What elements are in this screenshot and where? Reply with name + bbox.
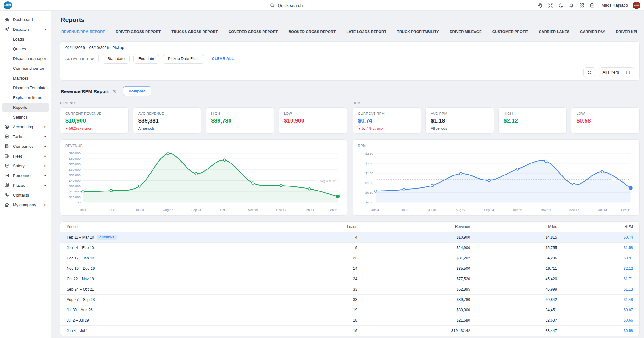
sidebar-item-fleet[interactable]: Fleet ▸ <box>2 151 49 161</box>
rpm-link[interactable]: $1.13 <box>558 284 639 295</box>
sidebar-item-my-company[interactable]: My company ▸ <box>2 200 49 209</box>
table-row[interactable]: Sep 24 – Oct 21 33 $52,895 46,999 $1.13 <box>60 284 639 295</box>
clear-all-button[interactable]: CLEAR ALL <box>212 57 234 61</box>
all-filters-button[interactable]: All Filters <box>599 67 634 77</box>
tab-driver-gross-report[interactable]: DRIVER GROSS REPORT <box>115 29 161 37</box>
tab-customer-profit[interactable]: CUSTOMER PROFIT <box>492 29 529 37</box>
miles-value: 34,451 <box>471 305 558 315</box>
tab-booked-gross-report[interactable]: BOOKED GROSS REPORT <box>288 29 336 37</box>
sidebar-item-companies[interactable]: Companies ▸ <box>2 141 49 151</box>
user-avatar[interactable]: ACCURE <box>633 2 640 9</box>
accounting-icon <box>4 124 10 130</box>
svg-text:Avg $39,381: Avg $39,381 <box>320 179 337 183</box>
active-filters-label: ACTIVE FILTERS <box>65 57 95 61</box>
tab-carrier-pay[interactable]: CARRIER PAY <box>580 29 606 37</box>
sidebar-item-dashboard[interactable]: Dashboard <box>2 15 49 24</box>
topbar-button-hand[interactable] <box>537 3 543 8</box>
revenue-value: $89,780 <box>358 295 471 305</box>
sidebar-item-command-center[interactable]: Command center <box>2 64 49 73</box>
rpm-link[interactable]: $0.66 <box>558 315 639 326</box>
sidebar-item-safety[interactable]: Safety ▸ <box>2 161 49 170</box>
stat-card-low: LOW $0.58 <box>571 107 640 134</box>
app-logo[interactable]: ACCURE <box>4 1 12 9</box>
topbar-button-compress[interactable] <box>548 3 553 8</box>
svg-text:Jul 2: Jul 2 <box>401 208 408 212</box>
sidebar-item-loads[interactable]: Loads <box>2 34 49 44</box>
sidebar-item-expiration-items[interactable]: Expiration items <box>2 93 49 102</box>
sidebar-item-accounting[interactable]: Accounting ▸ <box>2 122 49 131</box>
sidebar-item-label: Tasks <box>13 134 23 139</box>
table-row[interactable]: Nov 19 – Dec 16 14 $35,500 16,711 $2.12 <box>60 263 639 274</box>
topbar-button-inbox[interactable] <box>589 3 595 8</box>
sidebar-item-matrices[interactable]: Matrices <box>2 73 49 83</box>
sidebar-item-personnel[interactable]: Personnel ▸ <box>2 171 49 180</box>
rpm-link[interactable]: $0.87 <box>558 305 639 315</box>
table-row[interactable]: Oct 22 – Nov 18 24 $77,520 45,420 $1.71 <box>60 274 639 284</box>
sidebar-item-tasks[interactable]: Tasks ▸ <box>2 132 49 141</box>
tab-late-loads-report[interactable]: LATE LOADS REPORT <box>346 29 387 37</box>
quick-search-placeholder: Quick search <box>278 3 303 8</box>
sidebar-item-places[interactable]: Places ▸ <box>2 180 49 190</box>
stat-card-sub-text: All periods <box>431 126 447 130</box>
sidebar-item-quotes[interactable]: Quotes <box>2 44 49 53</box>
compare-button[interactable]: Compare <box>123 86 151 96</box>
svg-text:Aug 27: Aug 27 <box>163 208 173 212</box>
tab-trucks-gross-report[interactable]: TRUCKS GROSS REPORT <box>171 29 219 37</box>
topbar-actions: Milos Kajnaco ACCURE <box>537 2 640 9</box>
app-logo-text: ACCURE <box>4 4 11 6</box>
tab-driver-kpi[interactable]: DRIVER KPI <box>615 29 638 37</box>
table-row[interactable]: Aug 27 – Sep 23 33 $89,780 60,842 $1.48 <box>60 295 639 305</box>
topbar-button-bell[interactable] <box>569 3 574 8</box>
hand-icon <box>537 3 543 8</box>
period-label: Oct 22 – Nov 18 <box>67 277 94 281</box>
topbar-button-moon[interactable] <box>558 3 564 8</box>
user-name[interactable]: Milos Kajnaco <box>602 3 628 8</box>
stat-card-high: HIGH $2.12 <box>498 107 567 134</box>
rpm-link[interactable]: $2.12 <box>558 263 639 274</box>
table-row[interactable]: Jun 4 – Jul 1 19 $19,432.42 33,447 $0.58 <box>60 326 639 336</box>
stat-card-sub-text: 53.4% vs prior <box>362 126 384 130</box>
sidebar-item-contacts[interactable]: Contacts <box>2 190 49 200</box>
rpm-link[interactable]: $0.91 <box>558 253 639 263</box>
svg-text:Jul 30: Jul 30 <box>428 208 436 212</box>
stat-card-sub: All periods <box>138 126 196 130</box>
tab-driver-mileage[interactable]: DRIVER MILEAGE <box>449 29 482 37</box>
table-row[interactable]: Jan 14 – Feb 10 9 $24,900 15,755 $1.58 <box>60 243 639 253</box>
loads-value: 19 <box>280 326 359 336</box>
fleet-icon <box>4 153 10 159</box>
filter-chip-pickup-date-filter[interactable]: Pickup Date Filter <box>163 54 204 64</box>
sidebar-item-reports[interactable]: Reports <box>2 103 49 112</box>
stat-card-avg-revenue: AVG REVENUE $39,381 All periods <box>133 107 202 134</box>
info-icon[interactable] <box>112 89 117 94</box>
quick-search-input[interactable]: Quick search <box>270 0 370 11</box>
tab-carrier-lanes[interactable]: CARRIER LANES <box>538 29 570 37</box>
rpm-link[interactable]: $1.71 <box>558 274 639 284</box>
loads-value: 9 <box>280 243 359 253</box>
stat-card-value: $10,900 <box>284 118 342 124</box>
filter-chip-end-date[interactable]: End date <box>133 54 159 64</box>
tab-revenue-rpm-report[interactable]: REVENUE/RPM REPORT <box>61 29 106 37</box>
rpm-link[interactable]: $0.74 <box>558 232 639 243</box>
sidebar-item-dispatch-templates[interactable]: Dispatch Templates <box>2 83 49 92</box>
tab-covered-gross-report[interactable]: COVERED GROSS REPORT <box>228 29 279 37</box>
tab-truck-profitability[interactable]: TRUCK PROFITABILITY <box>397 29 440 37</box>
sidebar-item-dispatch[interactable]: Dispatch ▾ <box>2 25 49 34</box>
sidebar-item-settings[interactable]: Settings <box>2 112 49 122</box>
rpm-link[interactable]: $1.48 <box>558 295 639 305</box>
search-icon <box>270 3 275 8</box>
filter-chip-start-date[interactable]: Start date <box>103 54 130 64</box>
stat-card-current-rpm: CURRENT RPM $0.74 ▼53.4% vs prior <box>353 107 421 134</box>
rpm-link[interactable]: $1.58 <box>558 243 639 253</box>
table-row[interactable]: Jul 30 – Aug 26 19 $30,000 34,451 $0.87 <box>60 305 639 315</box>
miles-value: 33,447 <box>471 326 558 336</box>
table-row[interactable]: Dec 17 – Jan 13 23 $31,202 34,286 $0.91 <box>60 253 639 263</box>
rpm-link[interactable]: $0.58 <box>558 326 639 336</box>
stat-card-sub-text: All periods <box>138 126 154 130</box>
svg-text:Oct 22: Oct 22 <box>220 208 230 212</box>
table-row[interactable]: Jul 2 – Jul 29 18 $21,680 32,637 $0.66 <box>60 315 639 326</box>
topbar-button-apps[interactable] <box>579 3 585 8</box>
table-row[interactable]: Feb 11 – Mar 10CURRENT 4 $10,900 14,815 … <box>60 232 639 243</box>
stat-card-label: CURRENT REVENUE <box>65 112 123 115</box>
sidebar-item-dispatch-manager[interactable]: Dispatch manager <box>2 54 49 63</box>
refresh-button[interactable] <box>583 67 596 77</box>
